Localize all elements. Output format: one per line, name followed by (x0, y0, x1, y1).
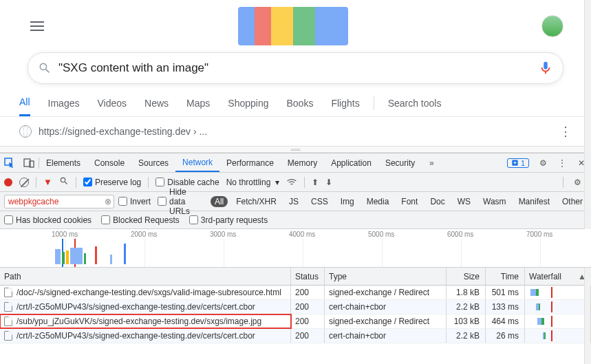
disable-cache-checkbox[interactable]: Disable cache (155, 178, 219, 187)
tab-all[interactable]: All (19, 89, 30, 116)
avatar[interactable] (541, 15, 563, 37)
third-party-checkbox[interactable]: 3rd-party requests (189, 215, 268, 225)
filter-type-css[interactable]: CSS (307, 196, 332, 207)
filter-type-js[interactable]: JS (285, 196, 303, 207)
devtools-tab-elements[interactable]: Elements (39, 153, 87, 172)
file-icon (4, 317, 12, 326)
search-input[interactable] (52, 61, 538, 75)
search-small-icon[interactable] (59, 176, 69, 188)
filter-type-media[interactable]: Media (363, 196, 394, 207)
filter-type-ws[interactable]: WS (453, 196, 475, 207)
hamburger-menu[interactable] (28, 18, 44, 34)
network-row[interactable]: /sub/ypu_jZuGukVK/s/signed-exchange-test… (0, 314, 591, 329)
filter-type-font[interactable]: Font (397, 196, 422, 207)
drag-handle[interactable]: ══ (0, 146, 591, 153)
filter-type-all[interactable]: All (211, 196, 228, 207)
mic-icon[interactable] (538, 61, 553, 76)
search-tools[interactable]: Search tools (388, 91, 442, 116)
network-row[interactable]: /crt/l-zG5oMUPv43/s/signed-exchange-test… (0, 300, 591, 314)
col-path[interactable]: Path (0, 268, 291, 285)
devtools-tab-security[interactable]: Security (378, 153, 422, 172)
devtools-tab-application[interactable]: Application (324, 153, 378, 172)
col-time[interactable]: Time (486, 268, 525, 285)
invert-checkbox[interactable]: Invert (118, 197, 151, 206)
network-row[interactable]: /doc/-/s/signed-exchange-testing.dev/sxg… (0, 286, 591, 300)
google-logo[interactable] (238, 7, 348, 45)
clear-filter-icon[interactable]: ⊗ (105, 197, 111, 206)
filter-type-other[interactable]: Other (558, 196, 587, 207)
tab-videos[interactable]: Videos (97, 91, 127, 116)
col-waterfall[interactable]: Waterfall▲ (525, 268, 591, 285)
network-table-header: Path Status Type Size Time Waterfall▲ (0, 268, 591, 286)
network-row[interactable]: /crt/l-zG5oMUPv43/s/signed-exchange-test… (0, 329, 591, 343)
filter-type-doc[interactable]: Doc (426, 196, 449, 207)
devtools-tab-sources[interactable]: Sources (131, 153, 175, 172)
tab-flights[interactable]: Flights (331, 91, 359, 116)
globe-icon (19, 125, 32, 138)
more-tabs-icon[interactable]: » (422, 154, 441, 172)
device-toggle-icon[interactable] (19, 154, 39, 172)
file-icon (4, 302, 12, 312)
filter-icon[interactable]: ▼ (43, 177, 52, 187)
issues-badge[interactable]: 1 (507, 158, 529, 168)
col-size[interactable]: Size (447, 268, 486, 285)
tab-news[interactable]: News (144, 91, 169, 116)
record-button[interactable] (4, 178, 12, 186)
inspect-icon[interactable] (0, 154, 19, 172)
file-icon (4, 331, 12, 341)
tab-images[interactable]: Images (48, 91, 80, 116)
search-icon (38, 61, 52, 75)
network-conditions-icon[interactable] (286, 176, 297, 188)
filter-type-wasm[interactable]: Wasm (479, 196, 511, 207)
devtools-tab-performance[interactable]: Performance (219, 153, 281, 172)
filter-input[interactable] (4, 195, 114, 208)
devtools-tab-memory[interactable]: Memory (281, 153, 324, 172)
hide-data-urls-checkbox[interactable]: Hide data URLs (158, 187, 204, 216)
tab-shopping[interactable]: Shopping (228, 91, 268, 116)
devtools-tab-network[interactable]: Network (175, 153, 219, 172)
clear-button[interactable] (19, 178, 29, 187)
kebab-icon[interactable]: ⋮ (552, 154, 572, 172)
settings-icon[interactable]: ⚙ (533, 154, 552, 172)
devtools-tab-console[interactable]: Console (87, 153, 131, 172)
result-url[interactable]: https://signed-exchange-testing.dev › ..… (39, 126, 207, 137)
download-har-icon[interactable]: ⬇ (325, 178, 332, 187)
filter-type-manifest[interactable]: Manifest (515, 196, 554, 207)
tab-books[interactable]: Books (286, 91, 313, 116)
file-icon (4, 288, 12, 297)
filter-type-fetch-xhr[interactable]: Fetch/XHR (232, 196, 281, 207)
blocked-requests-checkbox[interactable]: Blocked Requests (101, 215, 180, 225)
tab-maps[interactable]: Maps (186, 91, 210, 116)
preserve-log-checkbox[interactable]: Preserve log (83, 178, 141, 187)
upload-har-icon[interactable]: ⬆ (312, 178, 319, 187)
timeline-overview[interactable]: 1000 ms2000 ms3000 ms4000 ms5000 ms6000 … (0, 229, 591, 268)
col-type[interactable]: Type (325, 268, 447, 285)
col-status[interactable]: Status (291, 268, 325, 285)
filter-type-img[interactable]: Img (336, 196, 358, 207)
more-icon[interactable]: ⋮ (559, 124, 572, 139)
blocked-cookies-checkbox[interactable]: Has blocked cookies (4, 215, 92, 225)
search-bar[interactable] (28, 52, 563, 84)
throttling-select[interactable]: No throttling ▾ (226, 178, 279, 187)
